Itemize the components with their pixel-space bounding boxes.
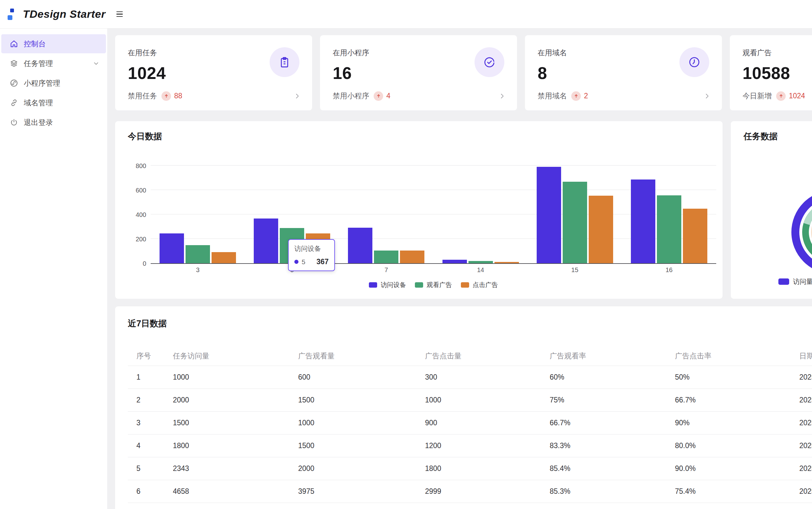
donut-legend-item[interactable]: 访问量	[778, 277, 812, 286]
layers-icon	[9, 59, 19, 68]
sidebar-item-label: 小程序管理	[24, 78, 60, 88]
bar-访问设备	[254, 218, 278, 263]
legend-label: 观看广告	[427, 281, 452, 289]
sidebar-item-小程序管理[interactable]: 小程序管理	[1, 74, 106, 93]
table-cell: 60%	[550, 373, 675, 381]
logo-icon	[8, 8, 15, 20]
table-row: 523432000180085.4%90.0%2025	[128, 457, 812, 480]
table-cell: 4	[136, 441, 173, 450]
sidebar-item-label: 域名管理	[24, 98, 53, 108]
plot-area	[151, 166, 716, 264]
table-cell: 5	[136, 464, 173, 473]
home-icon	[9, 39, 19, 48]
table-cell: 3975	[298, 487, 425, 496]
bar-观看广告	[185, 245, 210, 263]
table-cell: 2343	[173, 464, 298, 473]
table-cell: 1200	[425, 441, 550, 450]
trend-up-icon	[776, 91, 786, 101]
table-cell: 6	[136, 487, 173, 496]
table-row: 220001500100075%66.7%2025	[128, 389, 812, 412]
sidebar-item-退出登录[interactable]: 退出登录	[1, 113, 106, 132]
table-cell: 4658	[173, 487, 298, 496]
column-header: 广告点击量	[425, 351, 550, 361]
sidebar-item-label: 控制台	[24, 39, 46, 49]
stat-footer-value: 88	[174, 92, 182, 100]
bar-点击广告	[211, 252, 236, 263]
table-cell: 600	[298, 373, 425, 381]
legend-swatch	[778, 278, 789, 285]
tooltip-series-dot	[294, 260, 299, 264]
sidebar-nav: 控制台任务管理小程序管理域名管理退出登录	[0, 29, 107, 509]
table-header-row: 序号任务访问量广告观看量广告点击量广告观看率广告点击率日期	[128, 346, 812, 366]
table-cell: 2025	[799, 487, 812, 496]
table-cell: 90.0%	[675, 464, 799, 473]
clock-icon	[679, 47, 709, 77]
table-cell: 2999	[425, 487, 550, 496]
sidebar-item-任务管理[interactable]: 任务管理	[1, 54, 106, 73]
x-tick-label: 7	[348, 266, 425, 274]
legend-item-点击广告[interactable]: 点击广告	[461, 281, 498, 289]
y-axis: 0200400600800	[128, 166, 151, 264]
table-cell: 66.7%	[675, 396, 799, 404]
table-cell: 66.7%	[550, 419, 675, 427]
stat-card-在用小程序: 在用小程序16禁用小程序4	[320, 35, 517, 110]
stat-card-label: 观看广告	[743, 48, 812, 58]
menu-toggle-icon[interactable]	[114, 9, 125, 19]
stat-card-value: 10588	[743, 63, 812, 83]
table-cell: 1800	[425, 464, 550, 473]
x-tick-label: 14	[442, 266, 518, 274]
data-table: 序号任务访问量广告观看量广告点击量广告观看率广告点击率日期11000600300…	[128, 346, 812, 503]
legend-item-访问设备[interactable]: 访问设备	[369, 281, 406, 289]
legend-item-观看广告[interactable]: 观看广告	[415, 281, 452, 289]
x-tick-label: 16	[631, 266, 707, 274]
table-cell: 85.4%	[550, 464, 675, 473]
table-cell: 2025	[799, 441, 812, 450]
last7days-title: 近7日数据	[128, 318, 812, 329]
table-cell: 2025	[799, 464, 812, 473]
y-tick-label: 800	[136, 162, 146, 170]
table-row: 418001500120083.3%80.0%2025	[128, 435, 812, 457]
table-cell: 1	[136, 373, 173, 381]
link-icon	[9, 98, 19, 107]
chevron-right-icon[interactable]	[704, 93, 710, 100]
table-cell: 83.3%	[550, 441, 675, 450]
chevron-down-icon	[93, 60, 100, 67]
tooltip-category: 5	[302, 258, 305, 266]
legend-swatch	[369, 282, 377, 287]
sidebar-item-域名管理[interactable]: 域名管理	[1, 93, 106, 112]
chevron-right-icon[interactable]	[499, 93, 506, 100]
bar-观看广告	[657, 195, 681, 263]
column-header: 序号	[136, 351, 173, 361]
y-tick-label: 200	[136, 236, 146, 243]
table-cell: 2025	[799, 373, 812, 381]
stat-card-在用域名: 在用域名8禁用域名2	[525, 35, 722, 110]
stat-footer-value: 2	[584, 92, 588, 100]
y-tick-label: 600	[136, 187, 146, 194]
table-cell: 2000	[298, 464, 425, 473]
table-cell: 90%	[675, 419, 799, 427]
stat-footer-label: 禁用任务	[128, 91, 157, 101]
table-row: 31500100090066.7%90%2025	[128, 412, 812, 435]
bar-访问设备	[160, 233, 184, 263]
stat-card-在用任务: 在用任务1024禁用任务88	[115, 35, 312, 110]
table-cell: 1000	[425, 396, 550, 404]
bar-group	[631, 179, 707, 263]
legend-swatch	[461, 282, 469, 287]
legend-swatch	[415, 282, 423, 287]
miniprogram-icon	[9, 79, 19, 88]
stat-card-footer: 禁用小程序4	[333, 91, 506, 101]
bar-访问设备	[348, 228, 372, 263]
bar-观看广告	[469, 261, 493, 263]
stat-footer-label: 禁用域名	[538, 91, 567, 101]
app-logo[interactable]: TDesign Starter	[8, 8, 106, 20]
bar-观看广告	[374, 250, 398, 263]
bar-点击广告	[495, 262, 519, 263]
table-cell: 1500	[173, 419, 298, 427]
table-cell: 2000	[173, 396, 298, 404]
bar-访问设备	[631, 179, 655, 263]
x-axis-labels: 357141516	[151, 266, 716, 274]
chevron-right-icon[interactable]	[294, 93, 301, 100]
x-tick-label: 3	[160, 266, 236, 274]
sidebar-item-控制台[interactable]: 控制台	[1, 34, 106, 53]
y-tick-label: 400	[136, 211, 146, 218]
